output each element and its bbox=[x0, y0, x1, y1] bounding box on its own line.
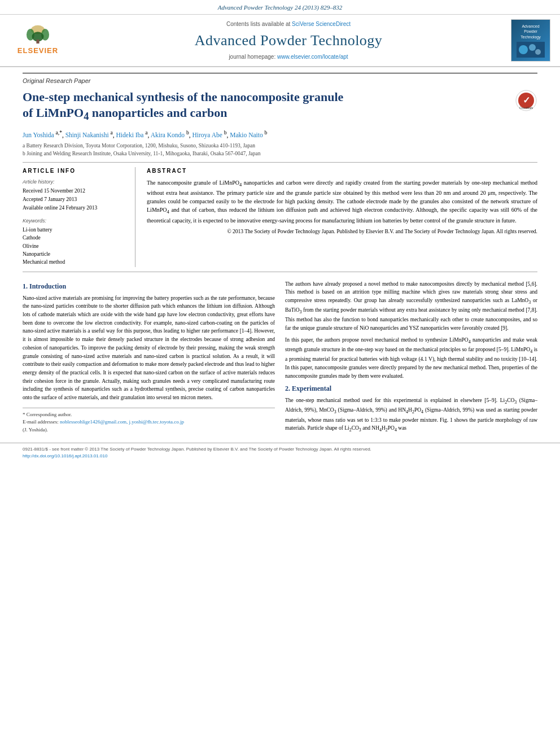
author-kondo: Akira Kondo bbox=[151, 131, 185, 138]
received-date: Received 15 November 2012 bbox=[23, 187, 127, 195]
abstract-section: ABSTRACT The nanocomposite granule of Li… bbox=[147, 167, 537, 267]
page-container: Advanced Powder Technology 24 (2013) 829… bbox=[0, 0, 560, 747]
available-date: Available online 24 February 2013 bbox=[23, 204, 127, 212]
authors-line: Jun Yoshida a,*, Shinji Nakanishi a, Hid… bbox=[23, 129, 537, 139]
svg-text:CrossMark: CrossMark bbox=[519, 106, 533, 110]
keyword-4: Nanoparticle bbox=[23, 251, 127, 258]
crossmark-area[interactable]: ✓ CrossMark bbox=[515, 89, 537, 112]
accepted-date: Accepted 7 January 2013 bbox=[23, 196, 127, 203]
elsevier-tree-icon bbox=[21, 25, 55, 45]
footer-bar: 0921-8831/$ - see front matter © 2013 Th… bbox=[0, 443, 560, 462]
abstract-text: The nanocomposite granule of LiMnPO4 nan… bbox=[147, 178, 537, 225]
svg-point-9 bbox=[535, 49, 541, 55]
cover-graphic-icon bbox=[517, 42, 545, 58]
author-nakanishi: Shinji Nakanishi bbox=[65, 131, 109, 138]
article-info-panel: ARTICLE INFO Article history: Received 1… bbox=[23, 167, 135, 267]
title-row: One-step mechanical synthesis of the nan… bbox=[23, 89, 537, 129]
footer-text: 0921-8831/$ - see front matter © 2013 Th… bbox=[23, 447, 371, 452]
affiliation-a: a Battery Research Division, Toyota Moto… bbox=[23, 142, 537, 150]
section1-title: 1. Introduction bbox=[23, 281, 275, 291]
homepage-text: journal homepage: bbox=[229, 54, 277, 60]
homepage-line: journal homepage: www.elsevier.com/locat… bbox=[229, 53, 348, 61]
article-title: One-step mechanical synthesis of the nan… bbox=[23, 89, 509, 124]
affiliation-b: b Joining and Welding Research Institute… bbox=[23, 150, 537, 158]
journal-title-area: Contents lists available at SciVerse Sci… bbox=[75, 19, 502, 62]
section2-title: 2. Experimental bbox=[285, 383, 537, 394]
article-type: Original Research Paper bbox=[23, 73, 537, 85]
two-column-body: 1. Introduction Nano-sized active materi… bbox=[23, 280, 537, 438]
copyright-text: © 2013 The Society of Powder Technology … bbox=[147, 228, 537, 235]
section1-paragraph1: Nano-sized active materials are promisin… bbox=[23, 294, 275, 402]
info-abstract-row: ARTICLE INFO Article history: Received 1… bbox=[23, 167, 537, 267]
affiliations: a Battery Research Division, Toyota Moto… bbox=[23, 142, 537, 158]
corresponding-note: * Corresponding author. bbox=[23, 411, 275, 419]
footnote-section: * Corresponding author. E-mail addresses… bbox=[23, 408, 275, 434]
divider bbox=[23, 162, 537, 163]
svg-point-8 bbox=[529, 44, 536, 51]
journal-citation-bar: Advanced Powder Technology 24 (2013) 829… bbox=[0, 0, 560, 15]
author-yoshida: Jun Yoshida bbox=[23, 131, 54, 138]
journal-cover-area: AdvancedPowderTechnology bbox=[508, 19, 553, 62]
section1-paragraph2: The authors have already proposed a nove… bbox=[285, 280, 537, 333]
author-iba: Hideki Iba bbox=[116, 131, 144, 138]
keyword-1: Li-ion battery bbox=[23, 226, 127, 234]
keywords-label: Keywords: bbox=[23, 217, 127, 225]
svg-point-7 bbox=[519, 45, 528, 54]
main-content: Original Research Paper One-step mechani… bbox=[0, 67, 560, 443]
article-info-heading: ARTICLE INFO bbox=[23, 167, 127, 175]
sciverse-text: Contents lists available at bbox=[226, 21, 292, 27]
journal-header: ELSEVIER Contents lists available at Sci… bbox=[0, 15, 560, 67]
keyword-3: Olivine bbox=[23, 243, 127, 250]
divider2 bbox=[23, 272, 537, 272]
sciverse-line: Contents lists available at SciVerse Sci… bbox=[226, 20, 351, 28]
section1-paragraph3: In this paper, the authors propose novel… bbox=[285, 336, 537, 380]
email-line: E-mail addresses: noblesseohlige1426@gma… bbox=[23, 418, 275, 426]
keyword-2: Cathode bbox=[23, 234, 127, 242]
elsevier-label: ELSEVIER bbox=[18, 46, 58, 56]
svg-rect-5 bbox=[36, 40, 39, 44]
homepage-link[interactable]: www.elsevier.com/locate/apt bbox=[277, 54, 348, 60]
email-addresses[interactable]: noblesseohlige1426@gmail.com, j.yoshi@fh… bbox=[60, 419, 184, 425]
history-label: Article history: bbox=[23, 178, 127, 186]
elsevier-logo: ELSEVIER bbox=[12, 25, 63, 56]
svg-text:✓: ✓ bbox=[523, 95, 530, 105]
left-column: 1. Introduction Nano-sized active materi… bbox=[23, 280, 275, 438]
sciverse-link[interactable]: SciVerse ScienceDirect bbox=[292, 21, 351, 27]
yoshida-note: (J. Yoshida). bbox=[23, 426, 275, 434]
author-abe: Hiroya Abe bbox=[192, 131, 222, 138]
email-label: E-mail addresses: bbox=[23, 419, 59, 425]
journal-title: Advanced Powder Technology bbox=[195, 30, 383, 51]
footer-doi[interactable]: http://dx.doi.org/10.1016/j.apt.2013.01.… bbox=[23, 453, 107, 458]
journal-cover-image: AdvancedPowderTechnology bbox=[511, 19, 550, 62]
cover-title: AdvancedPowderTechnology bbox=[520, 24, 540, 40]
abstract-heading: ABSTRACT bbox=[147, 167, 537, 175]
journal-citation: Advanced Powder Technology 24 (2013) 829… bbox=[218, 4, 342, 11]
keywords-section: Keywords: Li-ion battery Cathode Olivine… bbox=[23, 217, 127, 266]
crossmark-icon: ✓ CrossMark bbox=[515, 90, 537, 111]
author-naito: Makio Naito bbox=[230, 131, 262, 138]
publisher-logo-area: ELSEVIER bbox=[7, 19, 69, 62]
keyword-5: Mechanical method bbox=[23, 259, 127, 266]
section2-paragraph1: The one-step mechanical method used for … bbox=[285, 396, 537, 434]
right-column: The authors have already proposed a nove… bbox=[285, 280, 537, 438]
